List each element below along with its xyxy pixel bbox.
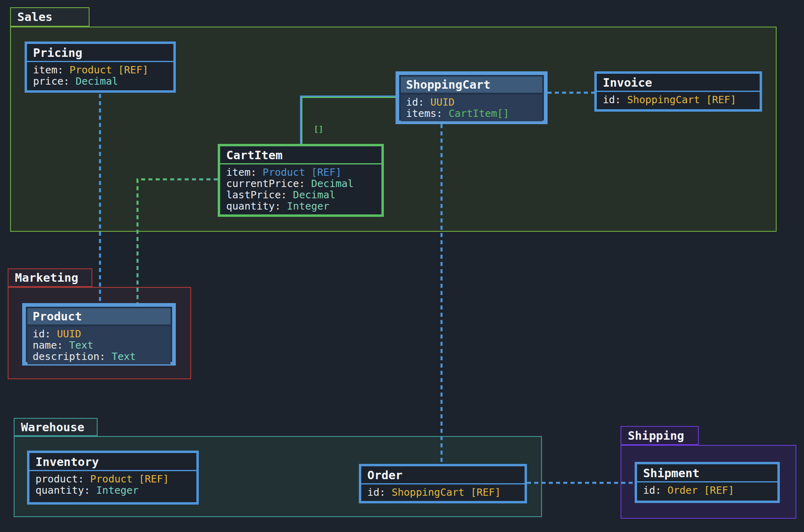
field-row: id: UUID [406,97,537,108]
field-row: lastPrice: Decimal [226,189,375,201]
field-type: Text [69,339,93,351]
field-type: ShoppingCart [REF] [392,486,501,498]
node-title: Inventory [29,453,196,471]
field-type: Integer [96,484,139,496]
field-type: Decimal [293,189,335,201]
node-shipment[interactable]: Shipment id: Order [REF] [635,462,780,503]
field-row: id: Order [REF] [643,485,771,496]
field-name: currentPrice: [226,178,305,189]
node-inventory[interactable]: Inventory product: Product [REF] quantit… [27,451,199,505]
field-type: UUID [430,96,454,108]
field-name: quantity: [35,484,90,496]
field-type: Product [REF] [90,473,169,485]
node-shoppingcart[interactable]: ShoppingCart id: UUID items: CartItem[] [396,71,548,124]
field-name: item: [226,166,256,178]
node-product[interactable]: Product id: UUID name: Text description:… [22,303,176,366]
field-name: name: [33,339,63,351]
field-row: product: Product [REF] [35,474,190,485]
field-row: id: ShoppingCart [REF] [603,94,754,106]
field-row: currentPrice: Decimal [226,178,375,189]
node-title: Invoice [597,74,760,92]
node-title: Product [27,308,171,324]
edge-shoppingcart-cartitem-blue[interactable] [301,96,396,144]
field-row: quantity: Integer [35,485,190,496]
field-type: Decimal [75,75,118,87]
field-type: UUID [57,328,81,340]
field-name: item: [33,64,63,76]
field-type: ShoppingCart [REF] [627,94,736,106]
node-invoice[interactable]: Invoice id: ShoppingCart [REF] [594,71,762,112]
node-title: Pricing [27,44,173,62]
field-type: Integer [287,200,329,212]
field-type: Order [REF] [667,484,734,496]
field-name: quantity: [226,200,281,212]
field-name: price: [33,75,69,87]
node-pricing[interactable]: Pricing item: Product [REF] price: Decim… [25,42,176,93]
field-name: id: [367,486,385,498]
field-type: Product [REF] [262,166,342,178]
field-row: price: Decimal [33,76,167,87]
field-row: quantity: Integer [226,201,375,212]
field-name: id: [603,94,621,106]
node-cartitem[interactable]: CartItem item: Product [REF] currentPric… [218,144,384,217]
field-row: description: Text [33,351,165,362]
field-type: Text [112,351,136,362]
field-row: id: ShoppingCart [REF] [367,487,519,498]
field-row: item: Product [REF] [33,64,167,76]
diagram-canvas[interactable]: Sales Marketing Warehouse Shipping [] Pr… [0,0,804,532]
field-name: lastPrice: [226,189,287,201]
field-type: Product [REF] [69,64,148,76]
edge-multiplicity-label: [] [314,124,323,134]
field-name: id: [33,328,51,340]
field-name: items: [406,108,442,119]
node-title: ShoppingCart [401,77,542,93]
field-type: CartItem[] [448,108,509,119]
node-title: Order [361,466,525,484]
field-row: id: UUID [33,328,165,340]
field-row: item: Product [REF] [226,167,375,178]
edge-shoppingcart-cartitem-green[interactable] [302,98,396,144]
field-type: Decimal [311,178,354,189]
node-order[interactable]: Order id: ShoppingCart [REF] [359,464,527,503]
field-name: id: [406,96,424,108]
node-title: CartItem [220,146,381,164]
field-name: product: [35,473,84,485]
node-title: Shipment [637,464,777,482]
field-name: description: [33,351,106,362]
edge-cartitem-product[interactable] [137,179,218,303]
field-name: id: [643,484,661,496]
field-row: name: Text [33,340,165,351]
field-row: items: CartItem[] [406,108,537,119]
